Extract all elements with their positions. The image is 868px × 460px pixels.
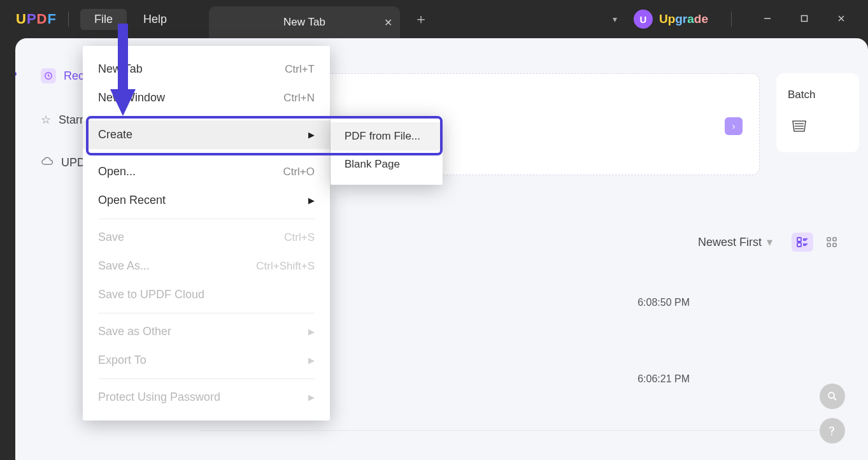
star-icon: ☆ — [41, 113, 51, 127]
tab-close-icon[interactable]: ✕ — [384, 17, 392, 29]
menu-item-create[interactable]: Create ▶ — [83, 120, 330, 149]
avatar: U — [634, 10, 653, 29]
submenu-arrow-icon: ▶ — [308, 392, 315, 402]
shortcut: Ctrl+T — [285, 63, 315, 76]
chevron-down-icon[interactable]: ▾ — [608, 9, 622, 29]
view-grid-button[interactable] — [821, 233, 843, 252]
titlebar: UPDF File Help New Tab ✕ ＋ ▾ U Upgrade — [0, 0, 868, 38]
divider — [200, 430, 843, 431]
menu-label: Export To — [98, 354, 146, 367]
menu-label: Save as Other — [98, 325, 171, 338]
minimize-button[interactable] — [755, 14, 780, 25]
submenu-item-blank-page[interactable]: Blank Page — [331, 150, 443, 178]
menu-item-save-as: Save As... Ctrl+Shift+S — [83, 252, 330, 280]
help-fab[interactable] — [820, 418, 845, 443]
separator — [731, 11, 732, 27]
menu-item-save: Save Ctrl+S — [83, 223, 330, 252]
menu-separator — [98, 378, 315, 379]
batch-title: Batch — [788, 89, 848, 101]
batch-icon — [788, 114, 811, 137]
chevron-down-icon: ▾ — [767, 235, 772, 249]
menu-separator — [98, 153, 315, 154]
menu-file[interactable]: File — [80, 9, 127, 30]
tab-new[interactable]: New Tab ✕ — [209, 6, 400, 38]
menu-separator — [98, 313, 315, 313]
indicator-dot — [15, 72, 17, 76]
menu-item-protect: Protect Using Password ▶ — [83, 383, 330, 412]
menu-separator — [98, 219, 315, 219]
view-toggle — [792, 233, 843, 252]
svg-point-15 — [829, 392, 834, 398]
chevron-right-icon[interactable]: › — [725, 117, 743, 135]
menu-item-export: Export To ▶ — [83, 346, 330, 375]
svg-rect-14 — [833, 243, 836, 247]
new-tab-button[interactable]: ＋ — [414, 10, 428, 29]
menu-label: New Window — [98, 91, 165, 104]
menu-help[interactable]: Help — [129, 9, 181, 30]
clock-icon — [41, 68, 56, 83]
svg-rect-13 — [827, 243, 830, 247]
sort-bar: Newest First ▾ — [698, 233, 843, 252]
cloud-icon — [41, 156, 53, 169]
submenu-arrow-icon: ▶ — [308, 356, 315, 365]
upgrade-label: Upgrade — [659, 12, 708, 26]
menu-separator — [98, 116, 315, 117]
tab-label: New Tab — [283, 16, 325, 29]
menu-label: Save As... — [98, 259, 150, 273]
create-submenu: PDF from File... Blank Page — [331, 116, 443, 185]
close-button[interactable] — [829, 14, 854, 25]
shortcut: Ctrl+Shift+S — [256, 260, 315, 273]
sort-label: Newest First — [698, 236, 762, 249]
app-logo: UPDF — [16, 11, 57, 27]
shortcut: Ctrl+N — [283, 92, 315, 104]
file-time: 6:08:50 PM — [637, 297, 690, 308]
shortcut: Ctrl+O — [283, 166, 315, 178]
menu-label: New Tab — [98, 62, 143, 76]
submenu-arrow-icon: ▶ — [308, 130, 315, 140]
menu-item-save-cloud: Save to UPDF Cloud — [83, 280, 330, 309]
sort-dropdown[interactable]: Newest First ▾ — [698, 235, 772, 249]
menu-label: Open... — [98, 165, 136, 178]
svg-rect-8 — [797, 243, 801, 247]
menu-label: Save — [98, 231, 124, 244]
file-time: 6:06:21 PM — [637, 373, 690, 385]
menu-label: Open Recent — [98, 194, 166, 207]
shortcut: Ctrl+S — [284, 231, 315, 244]
menu-item-save-other: Save as Other ▶ — [83, 317, 330, 346]
menu-label: Create — [98, 128, 132, 141]
titlebar-right: ▾ U Upgrade — [608, 9, 868, 29]
separator — [68, 11, 69, 27]
submenu-arrow-icon: ▶ — [308, 196, 315, 205]
svg-rect-11 — [827, 238, 830, 241]
maximize-button[interactable] — [792, 15, 817, 24]
submenu-arrow-icon: ▶ — [308, 327, 315, 336]
svg-rect-5 — [797, 238, 801, 241]
view-list-button[interactable] — [792, 233, 813, 252]
menu-label: Save to UPDF Cloud — [98, 288, 204, 301]
search-fab[interactable] — [820, 384, 845, 409]
svg-rect-1 — [802, 15, 808, 21]
menu-item-new-window[interactable]: New Window Ctrl+N — [83, 83, 330, 112]
menu-item-open[interactable]: Open... Ctrl+O — [83, 157, 330, 186]
svg-line-16 — [834, 398, 836, 400]
menu-label: Protect Using Password — [98, 391, 220, 404]
upgrade-button[interactable]: U Upgrade — [634, 10, 708, 29]
file-menu-dropdown: New Tab Ctrl+T New Window Ctrl+N Create … — [83, 46, 330, 420]
batch-panel[interactable]: Batch — [776, 73, 859, 152]
menu-item-open-recent[interactable]: Open Recent ▶ — [83, 186, 330, 215]
submenu-item-pdf-from-file[interactable]: PDF from File... — [331, 122, 443, 150]
menu-item-new-tab[interactable]: New Tab Ctrl+T — [83, 55, 330, 83]
svg-rect-12 — [833, 238, 836, 241]
